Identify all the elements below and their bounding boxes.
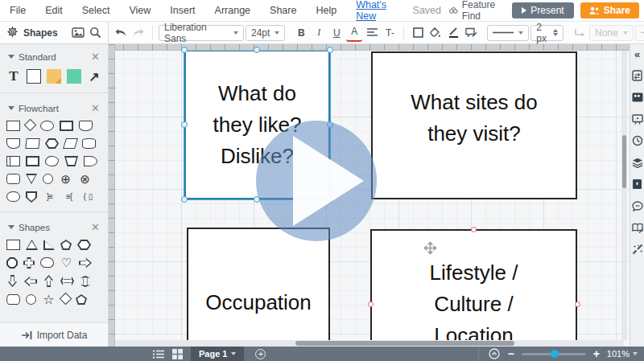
shapes-gear-icon[interactable] bbox=[6, 27, 19, 39]
arrow-right-shape[interactable] bbox=[79, 257, 92, 269]
diamond-shape[interactable] bbox=[60, 293, 72, 306]
sticky-note-shape[interactable] bbox=[47, 69, 61, 84]
present-button[interactable]: Present bbox=[512, 2, 573, 18]
canvas-horizontal-scrollbar[interactable] bbox=[115, 340, 624, 347]
selection-handle-nw[interactable] bbox=[181, 47, 188, 53]
fill-color-button[interactable] bbox=[427, 24, 444, 42]
decision-shape[interactable] bbox=[24, 119, 37, 132]
font-size-select[interactable]: 24pt bbox=[246, 25, 285, 41]
close-flowchart-icon[interactable]: ✕ bbox=[91, 102, 100, 114]
menu-select[interactable]: Select bbox=[72, 5, 120, 16]
layers-icon[interactable] bbox=[631, 156, 644, 169]
preparation-shape[interactable] bbox=[45, 138, 59, 149]
arrow-down-shape[interactable] bbox=[7, 275, 18, 287]
diagram-canvas[interactable]: What do they like? Dislike? What sites d… bbox=[109, 44, 630, 347]
text-tool-shape[interactable] bbox=[6, 69, 21, 84]
menu-help[interactable]: Help bbox=[306, 5, 346, 16]
revision-history-icon[interactable] bbox=[631, 134, 644, 147]
arrow-left-right-shape[interactable] bbox=[60, 276, 74, 286]
shape-lifestyle[interactable]: Lifestyle / Culture / Location bbox=[370, 229, 577, 347]
menu-insert[interactable]: Insert bbox=[160, 5, 204, 16]
star-shape[interactable] bbox=[42, 294, 56, 305]
menu-view[interactable]: View bbox=[119, 5, 160, 16]
italic-button[interactable]: I bbox=[311, 24, 327, 42]
pentagon-shape[interactable] bbox=[60, 240, 72, 250]
conditional-format-icon[interactable] bbox=[463, 24, 479, 42]
process-shape[interactable] bbox=[6, 121, 20, 131]
menu-share[interactable]: Share bbox=[260, 5, 306, 16]
brace-right-shape[interactable] bbox=[43, 191, 56, 202]
notepad-icon[interactable] bbox=[631, 221, 644, 234]
zoom-in-button[interactable]: + bbox=[593, 347, 600, 360]
feature-find-button[interactable]: Feature Find bbox=[449, 0, 501, 22]
connection-point-right[interactable] bbox=[575, 302, 580, 307]
text-align-button[interactable] bbox=[364, 24, 380, 42]
database-shape[interactable] bbox=[82, 138, 96, 149]
section-standard-header[interactable]: Standard ✕ bbox=[0, 44, 108, 66]
present-mode-icon[interactable] bbox=[631, 113, 644, 125]
zoom-level-select[interactable]: 101% bbox=[607, 349, 638, 359]
cloud-shape[interactable] bbox=[40, 257, 54, 268]
shape-occupation[interactable]: Occupation bbox=[187, 228, 330, 347]
line-end-select[interactable] bbox=[635, 25, 644, 41]
underline-button[interactable]: U bbox=[328, 24, 345, 42]
data-io-shape[interactable] bbox=[63, 138, 78, 149]
connection-point-top[interactable] bbox=[471, 227, 477, 232]
manual-input-shape[interactable] bbox=[64, 156, 78, 166]
selection-handle-w[interactable] bbox=[181, 121, 188, 128]
octagon-shape[interactable] bbox=[6, 257, 18, 269]
line-color-button[interactable] bbox=[445, 24, 461, 42]
brace-left-shape[interactable] bbox=[62, 191, 76, 202]
zoom-out-button[interactable]: − bbox=[507, 347, 514, 360]
square-shape[interactable] bbox=[6, 240, 20, 250]
close-shapes-icon[interactable]: ✕ bbox=[91, 221, 100, 233]
section-shapes-header[interactable]: Shapes ✕ bbox=[0, 215, 108, 236]
shape-style-button[interactable] bbox=[410, 24, 426, 42]
redo-button[interactable] bbox=[130, 24, 147, 42]
right-triangle-shape[interactable] bbox=[43, 240, 55, 250]
rectangle-shape[interactable] bbox=[27, 69, 41, 84]
magic-wand-icon[interactable] bbox=[631, 243, 644, 256]
page-list-icon[interactable] bbox=[153, 350, 164, 359]
undo-button[interactable] bbox=[113, 24, 129, 42]
circle-shape[interactable] bbox=[26, 294, 36, 305]
collapse-dock-icon[interactable] bbox=[489, 348, 500, 359]
card-shape[interactable] bbox=[6, 174, 20, 184]
font-family-select[interactable]: Liberation Sans bbox=[159, 25, 244, 41]
triangle-shape[interactable] bbox=[26, 240, 38, 250]
hexagon-shape[interactable] bbox=[77, 240, 91, 250]
document-shape[interactable] bbox=[6, 138, 20, 149]
selection-handle-ne[interactable] bbox=[327, 47, 333, 53]
internal-storage-shape[interactable] bbox=[6, 156, 20, 166]
menu-arrange[interactable]: Arrange bbox=[205, 5, 260, 16]
delay-shape[interactable] bbox=[84, 156, 97, 166]
image-icon[interactable] bbox=[72, 27, 85, 38]
connector-type-icon[interactable] bbox=[572, 24, 588, 42]
merge-shape[interactable] bbox=[26, 174, 37, 184]
zoom-slider[interactable] bbox=[522, 353, 586, 355]
bold-button[interactable]: B bbox=[293, 24, 309, 42]
search-icon[interactable] bbox=[89, 27, 101, 39]
shape-what-sites[interactable]: What sites do they visit? bbox=[371, 51, 577, 199]
line-width-stepper[interactable]: 2 px bbox=[530, 25, 564, 41]
zoom-slider-knob[interactable] bbox=[551, 350, 559, 358]
arrow-up-shape[interactable] bbox=[43, 275, 54, 287]
arrow-left-shape[interactable] bbox=[24, 276, 37, 287]
paren-note-shape[interactable] bbox=[81, 191, 95, 202]
menu-file[interactable]: File bbox=[0, 5, 35, 16]
tape-shape[interactable] bbox=[45, 156, 59, 166]
summing-junction-shape[interactable] bbox=[78, 174, 92, 184]
terminator-shape[interactable] bbox=[40, 121, 54, 131]
notes-card-icon[interactable] bbox=[631, 91, 644, 104]
document-settings-icon[interactable] bbox=[631, 69, 644, 82]
hscroll-thumb[interactable] bbox=[295, 341, 514, 346]
cross-shape[interactable] bbox=[23, 257, 35, 269]
line-style-select[interactable] bbox=[487, 25, 529, 41]
connector-shape[interactable] bbox=[43, 174, 53, 184]
canvas-vertical-scrollbar[interactable] bbox=[621, 51, 627, 340]
text-color-button[interactable]: A bbox=[346, 24, 362, 42]
whats-new-link[interactable]: What's New bbox=[346, 0, 404, 22]
selection-handle-sw[interactable] bbox=[181, 196, 188, 203]
or-junction-shape[interactable] bbox=[59, 174, 72, 184]
text-options-button[interactable]: T- bbox=[382, 24, 398, 42]
